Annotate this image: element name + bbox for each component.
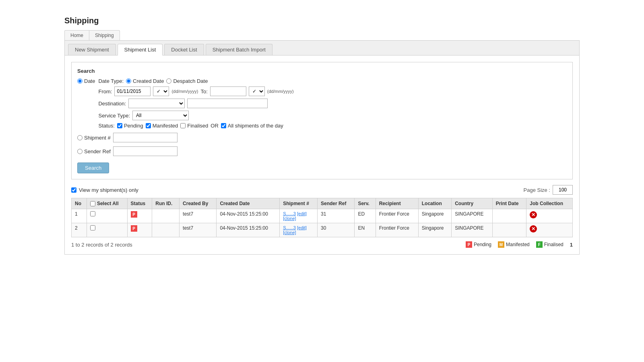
despatch-date-input[interactable]	[166, 78, 171, 84]
date-radio-input[interactable]	[77, 78, 83, 84]
row1-recipient: Frontier Force	[376, 209, 418, 223]
search-section: Search Date Date Type:	[71, 62, 573, 179]
shipment-table: No Select All Status Run ID. Created By …	[71, 198, 573, 237]
tab-new-shipment[interactable]: New Shipment	[68, 44, 116, 55]
breadcrumb-home[interactable]: Home	[65, 31, 89, 40]
col-job-collection: Job Collection	[526, 198, 573, 209]
row1-country: SINGAPORE	[452, 209, 493, 223]
despatch-date-radio[interactable]: Despatch Date	[166, 78, 208, 84]
row1-edit-link[interactable]: [edit]	[297, 211, 307, 216]
to-label: To:	[200, 88, 207, 95]
tab-bar: New Shipment Shipment List Docket List S…	[65, 41, 579, 56]
pending-checkbox[interactable]	[117, 123, 122, 128]
pending-checkbox-label[interactable]: Pending	[117, 123, 143, 129]
row2-shipment-link[interactable]: S......3	[283, 225, 296, 230]
destination-select[interactable]	[128, 99, 185, 108]
row1-shipment-link[interactable]: S......3	[283, 211, 296, 216]
all-shipments-checkbox[interactable]	[221, 123, 226, 128]
row1-status: P	[127, 209, 152, 223]
all-shipments-checkbox-label[interactable]: All shipments of the day	[221, 123, 283, 129]
service-type-row: Service Type: All	[98, 111, 293, 120]
from-date-input[interactable]	[114, 86, 151, 96]
to-date-input[interactable]	[210, 86, 246, 96]
col-serv: Serv.	[355, 198, 376, 209]
manifested-label: Manifested	[153, 123, 178, 129]
from-date-format-select[interactable]: ✓	[153, 86, 169, 96]
legend-manifested-label: Manifested	[506, 242, 530, 247]
row1-select	[87, 209, 127, 223]
col-status: Status	[127, 198, 152, 209]
legend-finalised-label: Finalised	[544, 242, 564, 247]
all-shipments-label: All shipments of the day	[228, 123, 283, 129]
row1-serv: ED	[355, 209, 376, 223]
status-row: Status: Pending Manifested	[98, 123, 293, 129]
row1-location: Singapore	[418, 209, 451, 223]
created-date-radio[interactable]: Created Date	[126, 78, 164, 84]
table-row: 1 P test7 04-Nov-2015 15:25:00 S......3 …	[72, 209, 573, 223]
created-date-input[interactable]	[126, 78, 131, 84]
row2-sender-ref: 30	[318, 223, 355, 237]
tab-shipment-list[interactable]: Shipment List	[118, 44, 163, 56]
breadcrumb-shipping[interactable]: Shipping	[89, 31, 120, 40]
row2-recipient: Frontier Force	[376, 223, 418, 237]
sender-ref-radio-label[interactable]: Sender Ref	[77, 148, 111, 154]
shipment-radio-input[interactable]	[77, 135, 83, 140]
row2-print-date	[492, 223, 526, 237]
manifested-checkbox-label[interactable]: Manifested	[146, 123, 178, 129]
table-controls: View my shipment(s) only Page Size :	[71, 185, 573, 195]
col-created-date: Created Date	[217, 198, 280, 209]
row1-clone-link[interactable]: [clone]	[283, 216, 296, 221]
col-location: Location	[418, 198, 451, 209]
page-size-label: Page Size :	[524, 187, 551, 193]
tab-batch-import[interactable]: Shipment Batch Import	[206, 44, 272, 55]
date-radio[interactable]: Date	[77, 78, 95, 84]
row2-serv: EN	[355, 223, 376, 237]
legend-pending-label: Pending	[474, 242, 491, 247]
main-panel: New Shipment Shipment List Docket List S…	[64, 40, 580, 255]
table-footer: 1 to 2 records of 2 records P Pending M …	[71, 241, 573, 248]
legend-pending: P Pending	[466, 241, 491, 248]
view-my-text: View my shipment(s) only	[79, 187, 138, 193]
shipment-num-input[interactable]	[113, 133, 178, 142]
legend-manifested: M Manifested	[498, 241, 530, 248]
row1-shipment: S......3 [edit] [clone]	[280, 209, 318, 223]
row2-created-by: test7	[180, 223, 217, 237]
page-size-input[interactable]	[553, 185, 573, 195]
service-type-select[interactable]: All	[132, 111, 189, 120]
manifested-checkbox[interactable]	[146, 123, 151, 128]
row2-edit-link[interactable]: [edit]	[297, 225, 307, 230]
tab-content: Search Date Date Type:	[65, 56, 579, 254]
row2-delete-btn[interactable]: ✕	[530, 225, 537, 232]
select-all-checkbox[interactable]	[90, 201, 95, 206]
view-my-label[interactable]: View my shipment(s) only	[71, 187, 138, 193]
shipment-radio-text: Shipment #	[84, 135, 111, 141]
row2-country: SINGAPORE	[452, 223, 493, 237]
row1-no: 1	[72, 209, 87, 223]
row2-clone-link[interactable]: [clone]	[283, 230, 296, 235]
finalised-checkbox[interactable]	[180, 123, 186, 128]
sender-ref-radio-input[interactable]	[77, 149, 83, 154]
records-info: 1 to 2 records of 2 records	[71, 242, 132, 248]
row2-job-collection: ✕	[526, 223, 573, 237]
page-size-row: Page Size :	[524, 185, 573, 195]
destination-input[interactable]	[187, 99, 268, 108]
tab-docket-list[interactable]: Docket List	[164, 44, 204, 55]
breadcrumb: Home Shipping	[64, 30, 120, 40]
shipment-radio-label[interactable]: Shipment #	[77, 135, 111, 141]
to-date-format-select[interactable]: ✓	[249, 86, 265, 96]
sender-ref-input[interactable]	[113, 146, 178, 156]
row2-no: 2	[72, 223, 87, 237]
search-button[interactable]: Search	[77, 162, 109, 173]
finalised-checkbox-label[interactable]: Finalised	[180, 123, 208, 129]
row2-run-id	[152, 223, 180, 237]
row2-location: Singapore	[418, 223, 451, 237]
destination-label: Destination:	[98, 101, 126, 107]
page-title: Shipping	[64, 16, 580, 25]
row1-delete-btn[interactable]: ✕	[530, 211, 537, 218]
date-radio-label: Date	[84, 78, 95, 84]
view-my-checkbox[interactable]	[71, 187, 76, 193]
status-label: Status:	[98, 123, 114, 129]
col-run-id: Run ID.	[152, 198, 180, 209]
row2-checkbox[interactable]	[90, 225, 95, 230]
row1-checkbox[interactable]	[90, 211, 95, 216]
